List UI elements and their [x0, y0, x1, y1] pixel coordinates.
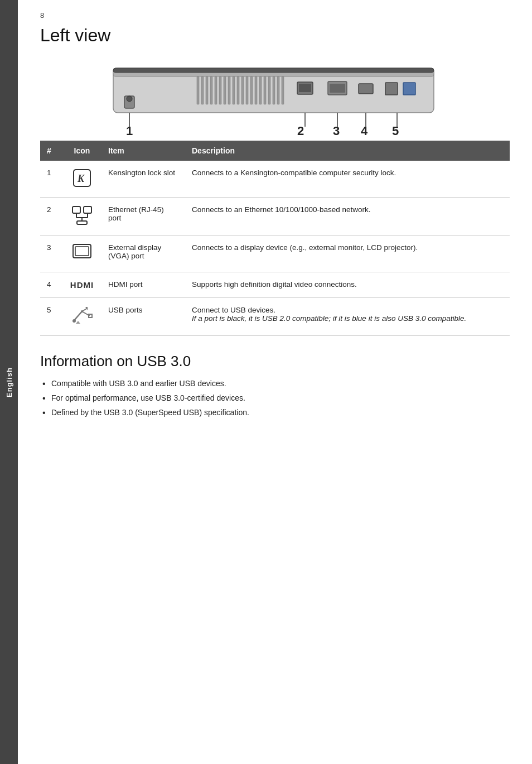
ethernet-icon — [71, 205, 93, 225]
col-header-num: # — [40, 141, 62, 161]
svg-rect-9 — [215, 76, 217, 104]
svg-rect-16 — [246, 76, 248, 104]
table-row: 3 External display (VGA) port Connects t… — [40, 236, 510, 272]
table-header-row: # Icon Item Description — [40, 141, 510, 161]
svg-rect-19 — [259, 76, 262, 104]
svg-rect-57 — [89, 314, 92, 318]
row-icon: K — [62, 161, 101, 198]
svg-rect-45 — [84, 206, 91, 213]
row-num: 5 — [40, 298, 62, 336]
list-item: For optimal performance, use USB 3.0-cer… — [40, 393, 510, 402]
sidebar: English — [0, 0, 18, 764]
svg-rect-11 — [224, 76, 226, 104]
svg-point-4 — [127, 96, 132, 102]
svg-rect-15 — [241, 76, 244, 104]
row-desc: Connects to a display device (e.g., exte… — [185, 236, 510, 272]
svg-rect-22 — [273, 76, 275, 104]
svg-rect-7 — [206, 76, 208, 104]
svg-text:2: 2 — [297, 124, 304, 135]
svg-rect-24 — [282, 76, 284, 104]
usb-icon — [71, 306, 93, 326]
svg-rect-29 — [359, 84, 373, 94]
svg-marker-60 — [76, 321, 80, 324]
svg-rect-17 — [250, 76, 253, 104]
svg-rect-52 — [75, 247, 89, 256]
table-row: 5 — [40, 298, 510, 336]
svg-rect-10 — [219, 76, 221, 104]
svg-line-53 — [74, 311, 82, 320]
svg-text:3: 3 — [333, 124, 340, 135]
table-row: 4 HDMI HDMI port Supports high definitio… — [40, 272, 510, 298]
svg-rect-14 — [237, 76, 239, 104]
svg-rect-28 — [330, 84, 345, 93]
section-title: Left view — [40, 25, 510, 46]
col-header-item: Item — [101, 141, 185, 161]
svg-rect-13 — [233, 76, 235, 104]
row-item: Kensington lock slot — [101, 161, 185, 198]
svg-rect-20 — [264, 76, 266, 104]
svg-point-58 — [72, 319, 76, 323]
list-item: Compatible with USB 3.0 and earlier USB … — [40, 379, 510, 388]
row-desc: Connects to a Kensington-compatible comp… — [185, 161, 510, 198]
svg-rect-50 — [77, 221, 87, 224]
svg-rect-21 — [268, 76, 270, 104]
info-table: # Icon Item Description 1 K Kensington l… — [40, 141, 510, 336]
page-number: 8 — [40, 11, 510, 20]
row-icon — [62, 298, 101, 336]
svg-rect-18 — [255, 76, 257, 104]
row-desc: Connect to USB devices. If a port is bla… — [185, 298, 510, 336]
main-content: 8 Left view — [18, 0, 532, 445]
row-icon: HDMI — [62, 272, 101, 298]
sidebar-label: English — [5, 367, 13, 397]
usb-desc-italic: If a port is black, it is USB 2.0 compat… — [192, 314, 466, 323]
svg-rect-6 — [201, 76, 204, 104]
row-item: External display (VGA) port — [101, 236, 185, 272]
svg-text:K: K — [77, 173, 85, 184]
kensington-icon: K — [72, 169, 91, 188]
row-desc: Supports high definition digital video c… — [185, 272, 510, 298]
svg-point-59 — [81, 310, 83, 313]
row-num: 4 — [40, 272, 62, 298]
svg-rect-31 — [403, 83, 415, 95]
svg-rect-12 — [228, 76, 230, 104]
row-desc: Connects to an Ethernet 10/100/1000-base… — [185, 198, 510, 236]
table-row: 2 — [40, 198, 510, 236]
laptop-svg: 1 2 3 4 5 — [108, 57, 442, 135]
col-header-icon: Icon — [62, 141, 101, 161]
usb-bullet-list: Compatible with USB 3.0 and earlier USB … — [40, 379, 510, 417]
vga-icon — [72, 243, 92, 262]
row-num: 2 — [40, 198, 62, 236]
row-item: Ethernet (RJ-45) port — [101, 198, 185, 236]
svg-text:4: 4 — [361, 124, 368, 135]
svg-text:1: 1 — [126, 124, 133, 135]
svg-text:5: 5 — [392, 124, 399, 135]
laptop-diagram: 1 2 3 4 5 — [40, 57, 510, 135]
row-item: USB ports — [101, 298, 185, 336]
table-row: 1 K Kensington lock slot Connects to a K… — [40, 161, 510, 198]
row-icon — [62, 198, 101, 236]
svg-rect-44 — [72, 206, 80, 213]
row-item: HDMI port — [101, 272, 185, 298]
row-num: 3 — [40, 236, 62, 272]
row-num: 1 — [40, 161, 62, 198]
svg-rect-2 — [113, 68, 434, 73]
list-item: Defined by the USB 3.0 (SuperSpeed USB) … — [40, 408, 510, 417]
svg-rect-5 — [197, 76, 199, 104]
row-icon — [62, 236, 101, 272]
svg-rect-23 — [277, 76, 279, 104]
svg-rect-26 — [299, 84, 311, 92]
usb-section-title: Information on USB 3.0 — [40, 353, 510, 370]
svg-rect-8 — [210, 76, 212, 104]
hdmi-logo-icon: HDMI — [70, 280, 94, 290]
col-header-desc: Description — [185, 141, 510, 161]
svg-rect-30 — [385, 83, 398, 95]
